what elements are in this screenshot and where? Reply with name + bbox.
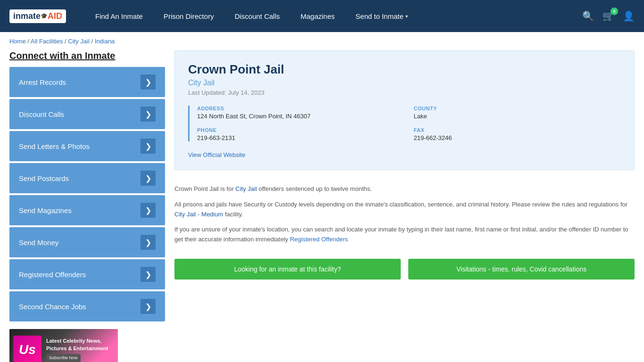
arrow-icon: ❯ [140,171,156,186]
main-content: Crown Point Jail City Jail Last Updated:… [174,50,635,362]
address-value: 124 North East St, Crown Point, IN 46307 [197,113,405,120]
city-jail-medium-link[interactable]: City Jail - Medium [174,211,223,218]
city-jail-link-1[interactable]: City Jail [235,185,257,192]
facility-name: Crown Point Jail [188,62,621,77]
search-icon[interactable]: 🔍 [582,10,594,22]
phone-label: PHONE [197,127,405,133]
fax-block: FAX 219-662-3246 [414,127,621,141]
facility-description: Crown Point Jail is for City Jail offend… [174,180,635,255]
sidebar: Connect with an Inmate Arrest Records ❯ … [9,50,165,362]
address-label: ADDRESS [197,106,405,111]
facility-info-grid: ADDRESS 124 North East St, Crown Point, … [188,106,621,141]
ad-banner[interactable]: Us Latest Celebrity News, Pictures & Ent… [9,329,118,362]
logo-hat-icon: 🎓 [41,13,48,19]
arrow-icon: ❯ [140,203,156,218]
ad-text: Latest Celebrity News, Pictures & Entert… [46,337,114,362]
sidebar-item-send-money[interactable]: Send Money ❯ [9,227,165,257]
desc-paragraph-3: If you are unsure of your inmate's locat… [174,225,635,245]
breadcrumb-home[interactable]: Home [9,38,26,45]
arrow-icon: ❯ [140,139,156,154]
connect-title: Connect with an Inmate [9,50,165,61]
sidebar-item-send-magazines[interactable]: Send Magazines ❯ [9,195,165,225]
main-layout: Connect with an Inmate Arrest Records ❯ … [0,50,644,362]
arrow-icon: ❯ [140,267,156,282]
sidebar-item-registered-offenders[interactable]: Registered Offenders ❯ [9,259,165,289]
facility-type: City Jail [188,79,621,87]
arrow-icon: ❯ [140,107,156,122]
action-buttons: Looking for an inmate at this facility? … [174,259,635,280]
phone-value: 219-663-2131 [197,134,405,141]
registered-offenders-link[interactable]: Registered Offenders [290,236,348,243]
arrow-icon: ❯ [140,235,156,250]
address-block: ADDRESS 124 North East St, Crown Point, … [197,106,405,120]
county-block: COUNTY Lake [414,106,621,120]
breadcrumb: Home / All Facilities / City Jail / Indi… [0,32,644,50]
arrow-icon: ❯ [140,299,156,314]
desc-paragraph-1: Crown Point Jail is for City Jail offend… [174,184,635,194]
nav-send-to-inmate[interactable]: Send to Inmate ▾ [345,0,418,32]
dropdown-arrow-icon: ▾ [405,14,408,19]
nav-magazines[interactable]: Magazines [290,0,346,32]
breadcrumb-city-jail[interactable]: City Jail [68,38,90,45]
nav-prison-directory[interactable]: Prison Directory [153,0,224,32]
sidebar-item-arrest-records[interactable]: Arrest Records ❯ [9,67,165,97]
fax-value: 219-662-3246 [414,134,621,141]
ad-logo: Us [13,336,41,362]
breadcrumb-indiana[interactable]: Indiana [95,38,115,45]
view-official-website-link[interactable]: View Official Website [188,151,245,158]
fax-label: FAX [414,127,621,133]
facility-card: Crown Point Jail City Jail Last Updated:… [174,50,635,170]
phone-block: PHONE 219-663-2131 [197,127,405,141]
navbar-nav: Find An Inmate Prison Directory Discount… [85,0,582,32]
user-icon[interactable]: 👤 [623,10,635,22]
facility-updated: Last Updated: July 14, 2023 [188,89,621,96]
sidebar-item-second-chance-jobs[interactable]: Second Chance Jobs ❯ [9,291,165,321]
logo-aid-text: AID [48,11,62,21]
county-value: Lake [414,113,621,120]
cart-badge: 0 [611,8,618,15]
navbar: inmate 🎓 AID Find An Inmate Prison Direc… [0,0,644,32]
sidebar-item-send-postcards[interactable]: Send Postcards ❯ [9,163,165,193]
ad-subscribe-button[interactable]: Subscribe Now [46,354,81,362]
find-inmate-button[interactable]: Looking for an inmate at this facility? [174,259,401,280]
nav-discount-calls[interactable]: Discount Calls [224,0,290,32]
logo-inmate-text: inmate [13,11,41,21]
sidebar-item-discount-calls[interactable]: Discount Calls ❯ [9,99,165,129]
logo[interactable]: inmate 🎓 AID [9,9,66,23]
cart-icon[interactable]: 🛒 0 [603,10,614,22]
arrow-icon: ❯ [140,74,156,90]
county-label: COUNTY [414,106,621,111]
navbar-icons: 🔍 🛒 0 👤 [582,10,635,22]
sidebar-item-send-letters[interactable]: Send Letters & Photos ❯ [9,131,165,161]
desc-paragraph-2: All prisons and jails have Security or C… [174,200,635,220]
breadcrumb-all-facilities[interactable]: All Facilities [31,38,63,45]
nav-find-inmate[interactable]: Find An Inmate [85,0,153,32]
visitations-button[interactable]: Visitations - times, rules, Covid cancel… [408,259,635,280]
